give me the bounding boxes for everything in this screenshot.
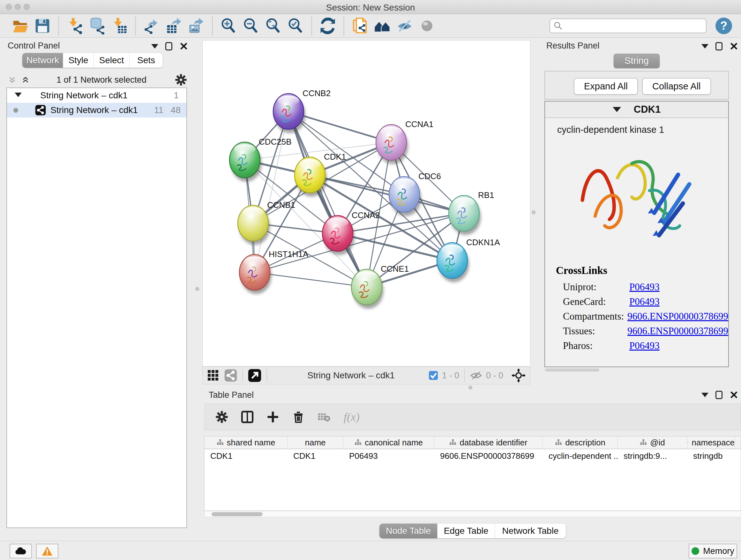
zoom-selected-button[interactable] bbox=[284, 15, 307, 37]
results-panel-float-icon[interactable] bbox=[716, 42, 723, 51]
collapse-all-button[interactable]: Collapse All bbox=[642, 78, 711, 95]
import-network-database-button[interactable] bbox=[86, 15, 108, 37]
save-session-button[interactable] bbox=[31, 15, 54, 37]
table-options-gear-icon[interactable] bbox=[215, 411, 228, 423]
tab-style[interactable]: Style bbox=[63, 53, 94, 68]
table-cell[interactable]: CDK1 bbox=[205, 449, 287, 462]
column-header-description[interactable]: description bbox=[543, 436, 618, 449]
column-header-shared-name[interactable]: shared name bbox=[205, 436, 287, 449]
network-node-ccnb2[interactable] bbox=[273, 94, 306, 133]
table-cell[interactable]: CDK1 bbox=[287, 449, 343, 462]
warning-status-button[interactable] bbox=[36, 544, 58, 558]
crosslink-compartments-link[interactable]: 9606.ENSP00000378699 bbox=[627, 311, 728, 322]
control-panel-menu-icon[interactable] bbox=[151, 44, 158, 49]
network-options-gear-icon[interactable] bbox=[175, 74, 187, 86]
bottom-splitter-handle[interactable] bbox=[468, 386, 472, 389]
import-table-file-button[interactable] bbox=[108, 15, 131, 37]
network-node-cdc25b[interactable] bbox=[229, 142, 262, 182]
table-panel-close-icon[interactable]: ✕ bbox=[730, 391, 739, 399]
birdseye-crosshair-icon[interactable] bbox=[512, 368, 526, 382]
cdk1-collapse-icon[interactable] bbox=[613, 107, 621, 112]
export-network-button[interactable] bbox=[140, 15, 163, 37]
string-home-button[interactable] bbox=[371, 15, 394, 37]
tab-network-table[interactable]: Network Table bbox=[495, 523, 566, 538]
column-header--id[interactable]: @id bbox=[618, 436, 687, 449]
network-node-rb1[interactable] bbox=[449, 195, 481, 235]
hidden-eye-slash-icon[interactable] bbox=[470, 370, 482, 381]
string-results-tab[interactable]: String bbox=[614, 54, 660, 68]
table-cell[interactable]: 9606.ENSP00000378699 bbox=[434, 449, 543, 462]
cdk1-section-header[interactable]: CDK1 bbox=[545, 102, 728, 118]
global-search[interactable] bbox=[549, 18, 706, 33]
zoom-out-button[interactable] bbox=[240, 15, 262, 37]
zoom-fit-button[interactable] bbox=[262, 15, 284, 37]
table-panel-float-icon[interactable] bbox=[716, 391, 723, 399]
network-node-ccne1[interactable] bbox=[351, 269, 384, 309]
collection-expand-icon[interactable] bbox=[15, 92, 22, 97]
network-canvas[interactable]: CCNB2CCNA1CDC25BCDK1CDC6RB1CCNB1CCNA2CDK… bbox=[202, 40, 530, 367]
collapse-all-networks-icon[interactable]: » bbox=[22, 77, 28, 83]
export-image-button[interactable] bbox=[185, 15, 207, 37]
network-view-icon[interactable] bbox=[224, 369, 237, 382]
search-input[interactable] bbox=[563, 20, 703, 31]
crosslink-pharos-link[interactable]: P06493 bbox=[629, 340, 660, 352]
tab-edge-table[interactable]: Edge Table bbox=[437, 523, 495, 538]
results-panel-close-icon[interactable]: ✕ bbox=[730, 42, 739, 51]
expand-all-button[interactable]: Expand All bbox=[574, 78, 638, 95]
network-node-hist1h1a[interactable] bbox=[239, 254, 272, 294]
help-button[interactable]: ? bbox=[716, 17, 732, 34]
delete-column-trash-icon[interactable] bbox=[292, 411, 305, 423]
crosslink-genecard-link[interactable]: P06493 bbox=[629, 296, 660, 307]
cloud-status-button[interactable] bbox=[10, 544, 32, 558]
table-row[interactable]: CDK1CDK1P064939606.ENSP00000378699cyclin… bbox=[205, 449, 741, 462]
network-node-ccna2[interactable] bbox=[322, 215, 354, 255]
control-panel-close-icon[interactable]: ✕ bbox=[179, 42, 189, 51]
tab-node-table[interactable]: Node Table bbox=[380, 523, 437, 538]
table-cell[interactable]: P06493 bbox=[343, 449, 434, 462]
detach-view-icon[interactable] bbox=[248, 369, 261, 382]
show-graphics-button[interactable] bbox=[416, 15, 438, 37]
column-header-name[interactable]: name bbox=[287, 436, 343, 449]
tab-sets[interactable]: Sets bbox=[130, 53, 163, 68]
network-row-selected[interactable]: String Network – cdk1 11 48 bbox=[7, 103, 186, 118]
network-node-cdk1[interactable] bbox=[294, 157, 327, 197]
control-panel-float-icon[interactable] bbox=[165, 42, 172, 51]
column-header-canonical-name[interactable]: canonical name bbox=[343, 436, 434, 449]
import-network-file-button[interactable] bbox=[64, 15, 86, 37]
column-header-namespace[interactable]: namespace bbox=[687, 436, 735, 449]
network-node-cdkn1a[interactable] bbox=[437, 243, 469, 282]
table-cell[interactable]: stringdb:9... bbox=[618, 449, 687, 462]
crosslink-uniprot-link[interactable]: P06493 bbox=[629, 281, 660, 293]
create-column-plus-icon[interactable] bbox=[266, 411, 279, 423]
network-graph[interactable]: CCNB2CCNA1CDC25BCDK1CDC6RB1CCNB1CCNA2CDK… bbox=[203, 41, 530, 366]
table-panel-menu-icon[interactable] bbox=[701, 393, 709, 397]
string-copy-network-button[interactable] bbox=[349, 15, 371, 37]
table-cell[interactable]: stringdb bbox=[687, 449, 735, 462]
left-splitter-handle[interactable] bbox=[195, 287, 199, 291]
show-columns-icon[interactable] bbox=[241, 411, 254, 423]
tab-select[interactable]: Select bbox=[94, 53, 130, 68]
memory-button[interactable]: Memory bbox=[689, 544, 737, 558]
hide-glass-effect-button[interactable] bbox=[394, 15, 416, 37]
tab-network[interactable]: Network bbox=[22, 53, 63, 68]
selected-checkbox-icon[interactable] bbox=[428, 371, 438, 380]
column-header-database-identifier[interactable]: database identifier bbox=[434, 436, 543, 449]
table-horizontal-scrollbar[interactable] bbox=[204, 511, 741, 517]
grid-view-icon[interactable] bbox=[207, 369, 219, 381]
zoom-in-button[interactable] bbox=[217, 15, 240, 37]
crosslink-tissues-link[interactable]: 9606.ENSP00000378699 bbox=[627, 325, 728, 337]
network-edge[interactable] bbox=[255, 111, 288, 272]
results-panel-menu-icon[interactable] bbox=[701, 44, 709, 49]
network-node-ccnb1[interactable] bbox=[238, 205, 270, 245]
table-cell[interactable]: cyclin-dependent ... bbox=[543, 449, 618, 462]
network-node-ccna1[interactable] bbox=[376, 125, 408, 164]
scrollbar-thumb[interactable] bbox=[212, 512, 263, 516]
expand-all-networks-icon[interactable]: » bbox=[10, 77, 16, 83]
network-edge[interactable] bbox=[288, 111, 367, 287]
refresh-button[interactable] bbox=[317, 15, 339, 37]
network-node-cdc6[interactable] bbox=[389, 177, 421, 216]
network-collection-row[interactable]: String Network – cdk1 1 bbox=[7, 88, 186, 103]
results-scrollbar[interactable] bbox=[545, 368, 599, 372]
export-table-button[interactable] bbox=[163, 15, 185, 37]
open-session-button[interactable] bbox=[9, 15, 31, 37]
